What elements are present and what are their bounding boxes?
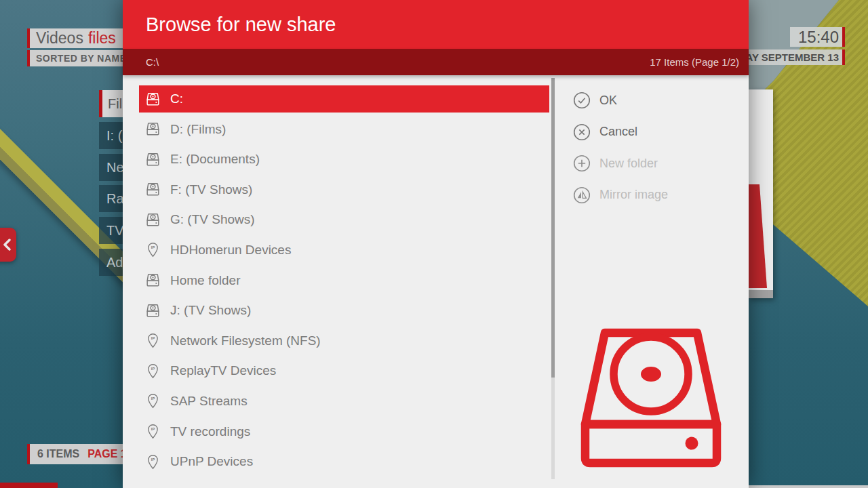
share-list-item[interactable]: IP ReplayTV Devices — [139, 357, 549, 384]
share-list-item[interactable]: C: — [139, 85, 549, 113]
date-label: RDAY SEPTEMBER 13 — [749, 49, 845, 65]
pin-icon: IP — [144, 392, 161, 409]
share-list-item[interactable]: G: (TV Shows) — [139, 206, 549, 233]
share-list-item[interactable]: IP Network Filesystem (NFS) — [139, 327, 549, 354]
plus-icon — [573, 155, 591, 172]
new-folder-button: New folder — [573, 154, 668, 173]
dialog-actions: OK Cancel New folder Mirror image — [573, 91, 668, 217]
pin-icon: IP — [144, 363, 161, 380]
scrollbar-thumb[interactable] — [551, 78, 555, 378]
clock: 15:40 — [790, 27, 845, 47]
share-list-item[interactable]: D: (Films) — [139, 116, 549, 143]
action-button-label: New folder — [599, 157, 658, 171]
hard-disk-illustration-icon — [580, 327, 722, 468]
bg-bottom-strip — [749, 485, 868, 488]
pin-icon: IP — [144, 453, 161, 470]
cancel-button[interactable]: Cancel — [573, 123, 668, 142]
svg-text:IP: IP — [151, 337, 155, 341]
disk-icon — [144, 272, 161, 289]
svg-text:IP: IP — [151, 367, 155, 371]
check-icon — [573, 92, 591, 109]
close-icon — [573, 123, 591, 141]
share-list-item[interactable]: E: (Documents) — [139, 146, 549, 173]
poster-footer — [749, 290, 773, 298]
pin-icon: IP — [144, 423, 161, 440]
back-navigation-tab[interactable] — [0, 228, 16, 262]
disk-icon — [144, 151, 161, 168]
share-item-label: C: — [170, 92, 183, 106]
disk-icon — [144, 181, 161, 198]
share-list: C: D: (Films) E: (Documents) F: (TV Show… — [139, 85, 549, 479]
share-list-item[interactable]: IP SAP Streams — [139, 388, 549, 415]
share-item-label: Home folder — [170, 273, 241, 288]
share-list-item[interactable]: IP UPnP Devices — [139, 448, 549, 475]
list-scrollbar[interactable] — [551, 78, 555, 479]
poster-art — [749, 89, 773, 298]
share-item-label: F: (TV Shows) — [170, 182, 252, 197]
disk-icon — [144, 121, 161, 138]
current-path: C:\ — [146, 56, 159, 68]
action-button-label: OK — [599, 94, 617, 108]
mirror-image-button: Mirror image — [573, 186, 668, 205]
share-list-item[interactable]: IP TV recordings — [139, 418, 549, 445]
ok-button[interactable]: OK — [573, 91, 668, 110]
share-item-label: J: (TV Shows) — [170, 303, 251, 318]
dialog-title: Browse for new share — [123, 0, 749, 49]
svg-text:IP: IP — [151, 397, 155, 401]
svg-text:IP: IP — [151, 427, 155, 431]
action-button-label: Cancel — [599, 125, 637, 139]
screen: Videos files SORTED BY NAME Fil I: ( Ne … — [0, 0, 868, 488]
pin-icon: IP — [144, 332, 161, 349]
disk-icon — [144, 302, 161, 319]
svg-text:IP: IP — [151, 246, 155, 250]
share-list-item[interactable]: IP HDHomerun Devices — [139, 237, 549, 264]
dialog-body: C: D: (Films) E: (Documents) F: (TV Show… — [123, 75, 749, 488]
chevron-left-icon — [3, 239, 11, 251]
share-list-item[interactable]: J: (TV Shows) — [139, 297, 549, 324]
disk-icon — [144, 211, 161, 228]
share-item-label: SAP Streams — [170, 394, 248, 409]
share-item-label: E: (Documents) — [170, 152, 260, 167]
bg-red-strip — [0, 483, 58, 488]
item-count-badge: 17 Items (Page 1/2) — [650, 56, 739, 68]
share-list-item[interactable]: Home folder — [139, 267, 549, 294]
mirror-icon — [573, 186, 591, 204]
share-list-item[interactable]: F: (TV Shows) — [139, 176, 549, 203]
library-title: Videos — [36, 29, 83, 47]
action-button-label: Mirror image — [599, 188, 668, 202]
svg-text:IP: IP — [151, 458, 155, 462]
bg-right-decor: 15:40 RDAY SEPTEMBER 13 — [749, 0, 868, 488]
poster-card — [749, 89, 773, 298]
share-item-label: G: (TV Shows) — [170, 212, 255, 227]
library-title-accent: files — [88, 29, 116, 47]
disk-icon — [144, 91, 161, 108]
dialog-path-bar: C:\ 17 Items (Page 1/2) — [123, 49, 749, 75]
share-item-label: D: (Films) — [170, 122, 226, 137]
browse-share-dialog: Browse for new share C:\ 17 Items (Page … — [123, 0, 749, 488]
item-count-label: 6 ITEMS — [37, 448, 79, 460]
share-item-label: UPnP Devices — [170, 454, 253, 469]
share-item-label: ReplayTV Devices — [170, 363, 276, 378]
share-item-label: Network Filesystem (NFS) — [170, 333, 321, 348]
share-item-label: TV recordings — [170, 424, 250, 439]
pin-icon: IP — [144, 241, 161, 258]
share-item-label: HDHomerun Devices — [170, 243, 291, 258]
